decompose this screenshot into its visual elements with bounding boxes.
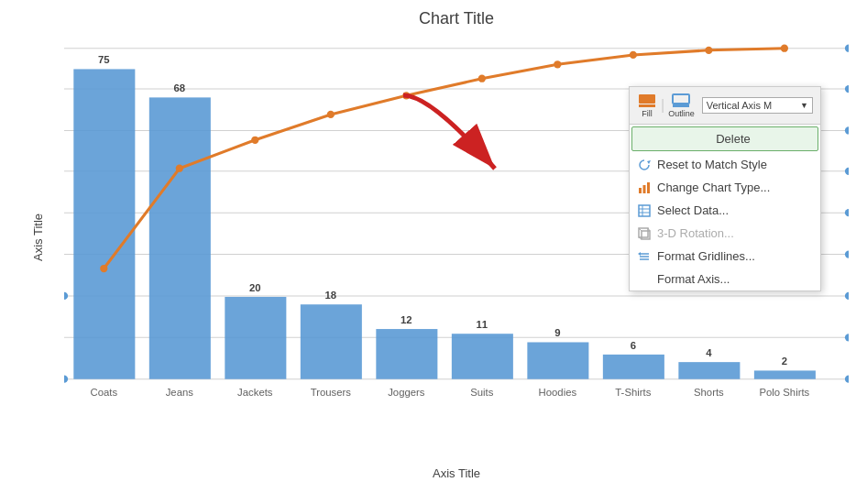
- outline-label: Outline: [668, 109, 695, 118]
- axis-dropdown[interactable]: Vertical Axis M ▼: [702, 97, 813, 114]
- menu-items-container: DeleteReset to Match StyleChange Chart T…: [630, 126, 820, 290]
- svg-rect-49: [452, 334, 513, 379]
- svg-point-38: [64, 292, 68, 300]
- menu-item-label-5: Format Gridlines...: [657, 249, 755, 263]
- svg-text:Joggers: Joggers: [388, 387, 425, 398]
- dropdown-label: Vertical Axis M: [707, 100, 773, 111]
- svg-text:Jeans: Jeans: [166, 387, 194, 398]
- dropdown-arrow-icon: ▼: [800, 101, 808, 110]
- svg-text:Suits: Suits: [470, 387, 494, 398]
- svg-rect-53: [603, 355, 664, 379]
- svg-text:20: 20: [249, 282, 261, 293]
- y-axis-left-title: Axis Title: [31, 214, 45, 261]
- svg-rect-45: [301, 304, 362, 378]
- svg-rect-82: [673, 94, 689, 104]
- svg-text:11: 11: [477, 319, 488, 330]
- svg-text:12: 12: [401, 314, 412, 325]
- svg-point-75: [554, 60, 561, 68]
- svg-text:T-Shirts: T-Shirts: [615, 387, 651, 398]
- svg-point-29: [845, 334, 849, 341]
- menu-item-1[interactable]: Reset to Match Style: [630, 153, 820, 176]
- chart-container: Chart Title Axis Title Axis Title Axis T…: [0, 0, 867, 504]
- svg-text:Shorts: Shorts: [694, 387, 724, 398]
- svg-point-33: [845, 168, 849, 175]
- svg-rect-88: [639, 205, 650, 216]
- svg-text:Coats: Coats: [91, 387, 118, 398]
- svg-text:6: 6: [631, 340, 636, 351]
- svg-rect-43: [225, 297, 286, 379]
- menu-item-5[interactable]: Format Gridlines...: [630, 245, 820, 268]
- svg-point-74: [478, 75, 486, 82]
- menu-item-label-1: Reset to Match Style: [657, 158, 767, 171]
- menu-item-4: 3-D Rotation...: [630, 222, 820, 245]
- svg-point-71: [251, 137, 258, 144]
- svg-rect-55: [678, 362, 740, 379]
- svg-text:Jackets: Jackets: [237, 387, 273, 398]
- toolbar-icons: Fill | Outline: [637, 93, 695, 118]
- menu-icon-5: [637, 249, 652, 264]
- svg-marker-100: [638, 252, 641, 256]
- menu-item-3[interactable]: Select Data...: [630, 199, 820, 222]
- svg-point-73: [402, 92, 410, 99]
- menu-item-0[interactable]: Delete: [631, 126, 818, 151]
- y-axis-right-title: Axis Title: [863, 214, 867, 261]
- svg-text:68: 68: [174, 82, 186, 93]
- svg-text:Hoodies: Hoodies: [539, 387, 577, 398]
- svg-point-35: [845, 85, 849, 93]
- svg-rect-51: [527, 342, 588, 378]
- x-axis-title: Axis Title: [433, 466, 480, 480]
- svg-point-31: [845, 250, 849, 257]
- menu-icon-4: [637, 226, 652, 241]
- svg-rect-86: [643, 185, 646, 193]
- svg-point-28: [845, 376, 849, 383]
- menu-item-label-3: Select Data...: [657, 203, 729, 217]
- svg-point-76: [630, 51, 637, 59]
- menu-item-label-6: Format Axis...: [657, 272, 730, 286]
- svg-point-69: [100, 265, 107, 272]
- svg-text:Trousers: Trousers: [311, 387, 352, 398]
- context-menu: Fill | Outline Vertical Axis M ▼: [629, 86, 821, 291]
- outline-button[interactable]: Outline: [668, 93, 695, 118]
- svg-text:2: 2: [782, 356, 787, 367]
- toolbar-section: Fill | Outline Vertical Axis M ▼: [630, 87, 820, 125]
- svg-rect-41: [149, 97, 211, 378]
- menu-item-label-2: Change Chart Type...: [657, 181, 770, 194]
- svg-rect-85: [639, 188, 642, 193]
- svg-point-77: [705, 47, 712, 54]
- menu-icon-6: [637, 272, 652, 287]
- svg-rect-39: [73, 69, 135, 378]
- svg-point-70: [176, 165, 183, 172]
- svg-point-32: [845, 209, 849, 216]
- svg-rect-83: [673, 104, 689, 107]
- svg-rect-47: [376, 329, 437, 379]
- svg-text:9: 9: [554, 327, 560, 338]
- chart-area: Axis Title Axis Title Axis Title 0 10 20…: [64, 36, 849, 439]
- menu-icon-3: [637, 203, 652, 218]
- menu-item-2[interactable]: Change Chart Type...: [630, 176, 820, 199]
- menu-icon-2: [637, 181, 652, 195]
- menu-icon-1: [637, 158, 652, 172]
- svg-point-30: [845, 292, 849, 300]
- menu-item-6[interactable]: Format Axis...: [630, 268, 820, 290]
- svg-point-78: [781, 45, 788, 52]
- svg-point-37: [64, 376, 68, 383]
- svg-point-34: [845, 126, 849, 134]
- svg-marker-84: [647, 160, 651, 164]
- svg-rect-81: [639, 104, 655, 107]
- svg-text:75: 75: [98, 54, 110, 65]
- svg-text:18: 18: [325, 290, 337, 301]
- svg-rect-87: [647, 182, 650, 193]
- svg-text:Polo Shirts: Polo Shirts: [759, 387, 809, 398]
- toolbar-sep: |: [661, 97, 664, 114]
- svg-rect-80: [639, 94, 655, 104]
- svg-point-36: [845, 45, 849, 52]
- fill-label: Fill: [642, 109, 653, 118]
- menu-item-label-4: 3-D Rotation...: [657, 226, 734, 240]
- svg-point-72: [327, 111, 335, 118]
- svg-rect-57: [754, 370, 816, 378]
- svg-text:4: 4: [706, 347, 712, 358]
- menu-item-label-0: Delete: [716, 132, 751, 146]
- chart-title: Chart Title: [64, 9, 849, 28]
- fill-button[interactable]: Fill: [637, 93, 657, 118]
